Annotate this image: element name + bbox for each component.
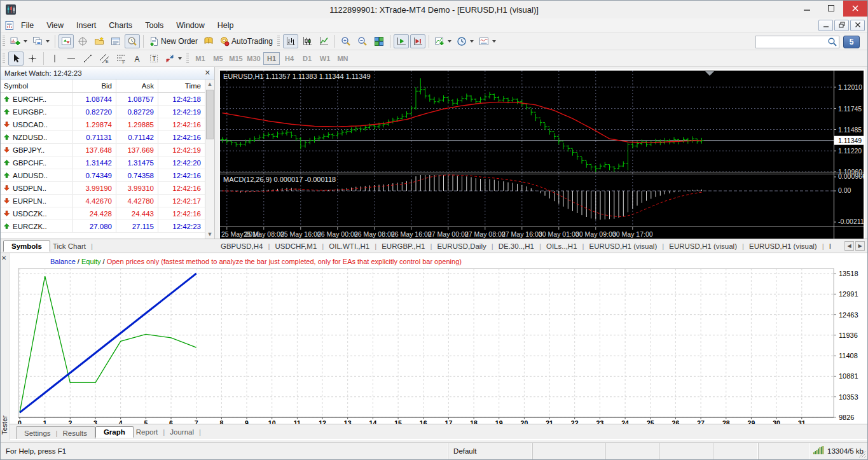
new-chart-button[interactable] [8,34,29,48]
menu-file[interactable]: File [15,19,40,32]
chart-tab[interactable]: EURGBP.,H1 [379,241,427,251]
tester-close-icon[interactable]: ✕ [1,254,6,261]
symbol-row-USDCAD[interactable]: USDCAD..1.298741.2988512:42:16 [1,118,205,131]
timeframe-m15[interactable]: M15 [228,52,244,65]
chart-candles-button[interactable] [300,34,315,48]
market-watch-tab-symbols[interactable]: Symbols [3,240,50,252]
timeframe-w1[interactable]: W1 [317,52,333,65]
symbol-row-GBPCHF[interactable]: GBPCHF..1.314421.3147512:42:20 [1,157,205,169]
navigator-button[interactable] [92,34,107,48]
chart-tab[interactable]: EURUSD,Daily [434,241,488,251]
timeframe-h4[interactable]: H4 [281,52,298,65]
indicators-button[interactable] [432,34,453,48]
chevron-down-icon[interactable] [448,40,451,43]
vline-button[interactable] [47,52,62,66]
toolbar-grip[interactable] [3,36,5,47]
templates-button[interactable] [477,34,498,48]
auto-scroll-button[interactable] [394,34,409,48]
chart-shift-button[interactable] [410,34,425,48]
chart-tab[interactable]: EURUSD,H1 (visual) [747,241,820,251]
strategy-tester-button[interactable] [125,34,140,48]
symbol-row-USDPLN[interactable]: USDPLN..3.991903.9931012:42:16 [1,182,205,195]
profiles-button[interactable] [31,34,52,48]
text-button[interactable]: A [130,52,145,66]
symbol-row-GBPJPY[interactable]: GBPJPY..137.648137.66912:42:19 [1,144,205,157]
chevron-down-icon[interactable] [46,40,50,43]
maximize-button[interactable] [819,1,843,17]
tester-tab-graph[interactable]: Graph [95,426,134,438]
label-button[interactable]: T [146,52,162,66]
metaeditor-button[interactable] [201,34,216,48]
column-header-ask[interactable]: Ask [116,80,158,92]
scroll-up-icon[interactable]: ▲ [205,81,214,87]
symbol-row-USDCZK[interactable]: USDCZK..24.42824.44312:42:16 [1,207,205,220]
timeframe-m5[interactable]: M5 [210,52,226,65]
minimize-button[interactable] [795,1,819,17]
menu-window[interactable]: Window [170,19,210,32]
channel-button[interactable]: E [97,52,112,66]
crosshair-button[interactable] [25,52,40,66]
periods-button[interactable] [455,34,476,48]
tester-tab-results[interactable]: Results [60,428,90,438]
tester-tab-report[interactable]: Report [134,427,161,437]
tester-tab-journal[interactable]: Journal [167,427,196,437]
tester-tab-settings[interactable]: Settings [22,428,53,438]
menu-insert[interactable]: Insert [70,19,102,32]
market-watch-close-icon[interactable]: ✕ [205,69,210,77]
timeframe-h1[interactable]: H1 [263,52,280,65]
resize-grip[interactable] [858,450,867,459]
timeframe-d1[interactable]: D1 [299,52,315,65]
chart-tab-partial[interactable]: I [827,241,834,251]
mdi-restore-button[interactable] [834,20,849,31]
chart-tab[interactable]: GBPUSD,H4 [218,241,265,251]
symbol-row-EURPLN[interactable]: EURPLN..4.426704.4278012:42:17 [1,195,205,207]
autotrading-button[interactable]: AutoTrading [217,34,275,48]
scrollbar-thumb[interactable] [206,90,214,139]
menu-tools[interactable]: Tools [139,19,170,32]
toolbar-grip[interactable] [3,53,5,64]
tabs-scroll-left-icon[interactable]: ◀ [844,241,854,251]
symbol-row-AUDUSD[interactable]: AUDUSD..0.743490.7435812:42:16 [1,169,205,182]
menu-charts[interactable]: Charts [102,19,139,32]
mdi-minimize-button[interactable] [818,20,833,31]
hline-button[interactable] [64,52,79,66]
chart-tab[interactable]: OIL.WTI.,H1 [326,241,372,251]
new-order-button[interactable]: New Order [147,34,200,48]
column-header-symbol[interactable]: Symbol [1,80,73,92]
toolbar-grip[interactable] [186,53,189,64]
timeframe-m1[interactable]: M1 [192,52,209,65]
zoom-out-button[interactable] [355,34,370,48]
symbol-row-NZDUSD[interactable]: NZDUSD..0.711310.7114212:42:16 [1,131,205,144]
zoom-in-button[interactable] [338,34,354,48]
terminal-button[interactable] [108,34,123,48]
market-watch-tab-tick-chart[interactable]: Tick Chart [50,241,88,251]
menu-view[interactable]: View [40,19,70,32]
chart-tab[interactable]: USDCHF,M1 [272,241,319,251]
trendline-button[interactable] [80,52,95,66]
tabs-scroll-right-icon[interactable]: ▶ [855,241,865,251]
fibonacci-button[interactable]: F [113,52,128,66]
symbol-row-EURCHF[interactable]: EURCHF..1.087441.0875712:42:18 [1,93,205,106]
column-header-bid[interactable]: Bid [73,80,116,92]
search-input[interactable] [756,38,827,46]
chart-tab[interactable]: EURUSD,H1 (visual) [666,241,740,251]
chart-tab[interactable]: DE.30..,H1 [496,241,537,251]
timeframe-m30[interactable]: M30 [245,52,262,65]
toolbar-grip[interactable] [277,36,280,47]
chevron-down-icon[interactable] [470,40,474,43]
timeframe-mn[interactable]: MN [334,52,351,65]
price-chart[interactable]: 1.120101.117451.114851.112201.109600.000… [220,71,864,239]
tile-windows-button[interactable] [371,34,387,48]
market-watch-scrollbar[interactable]: ▲ ▼ [205,80,214,239]
chart-bars-button[interactable] [283,34,298,48]
column-header-time[interactable]: Time [158,80,205,92]
community-badge-button[interactable]: 5 [843,36,860,48]
arrows-button[interactable] [163,52,184,66]
chart-tab[interactable]: EURUSD,H1 (visual) [587,241,660,251]
tester-graph[interactable]: 1351812991124631193611408108811035398260… [10,253,868,424]
symbol-row-EURGBP[interactable]: EURGBP..0.827200.8272912:42:19 [1,106,205,118]
cursor-button[interactable] [8,52,24,66]
search-icon[interactable] [827,37,839,47]
chevron-down-icon[interactable] [178,57,182,60]
close-button[interactable] [843,1,867,17]
